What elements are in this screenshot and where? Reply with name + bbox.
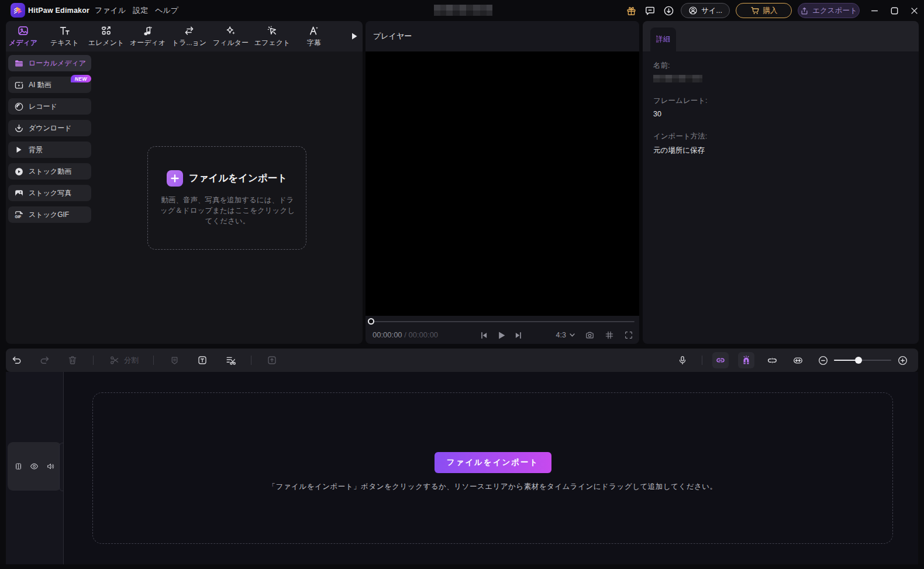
timeline-toolbar: 分割 (6, 349, 918, 372)
sidebar-item-local-media[interactable]: ローカルメディア (8, 55, 91, 71)
buy-label: 購入 (763, 6, 778, 16)
seek-track[interactable] (370, 321, 635, 322)
play-icon[interactable] (497, 331, 506, 340)
feedback-icon[interactable] (642, 3, 657, 18)
zoom-slider-knob[interactable] (855, 357, 862, 364)
timeline-dropzone[interactable]: ファイルをインポート 「ファイルをインポート」ボタンをクリックするか、リソースエ… (92, 392, 893, 544)
tab-label: フィルター (213, 38, 249, 48)
media-panel: メディア テキスト (6, 21, 363, 344)
track-visibility-icon[interactable] (30, 462, 39, 471)
timeline-import-button[interactable]: ファイルをインポート (435, 452, 551, 473)
sidebar-item-label: ローカルメディア (29, 58, 86, 68)
buy-button[interactable]: 購入 (736, 3, 792, 18)
account-button[interactable]: サイ... (681, 3, 730, 18)
export-clip-icon[interactable] (258, 349, 286, 372)
tab-text[interactable]: テキスト (44, 21, 85, 51)
tab-filter[interactable]: フィルター (210, 21, 251, 51)
details-body: 名前: フレームレート: 30 インポート方法: 元の場所に保存 (653, 61, 899, 156)
close-icon[interactable] (904, 0, 924, 21)
aspect-ratio-select[interactable]: 4:3 (556, 331, 575, 339)
sidebar-item-stock-gif[interactable]: GIF ストックGIF (8, 206, 91, 223)
tab-label: エレメント (88, 38, 124, 48)
tab-transition[interactable]: トラ...ョン (168, 21, 210, 51)
framerate-value: 30 (653, 110, 899, 118)
grid-icon[interactable] (605, 330, 614, 340)
trash-icon[interactable] (58, 349, 87, 372)
redo-icon[interactable] (30, 349, 58, 372)
plus-icon (167, 170, 183, 187)
sidebar-item-stock-video[interactable]: ストック動画 (8, 163, 91, 180)
titlebar-right: サイ... 購入 エクスポート (623, 0, 924, 21)
sidebar-item-ai-video[interactable]: AI 動画 NEW (8, 77, 91, 93)
spacer (653, 118, 899, 132)
stock-video-icon (14, 167, 24, 177)
player-header: プレイヤー (366, 21, 639, 51)
unlink-icon[interactable] (764, 352, 780, 368)
media-import-dropzone[interactable]: ファイルをインポート 動画、音声、写真を追加するには、ドラッグ＆ドロップまたはこ… (147, 146, 306, 250)
seek-knob[interactable] (368, 318, 374, 325)
stock-photo-icon (14, 188, 24, 198)
timeline-zoom-slider[interactable] (834, 352, 891, 368)
spacer (653, 106, 899, 110)
window-controls (864, 0, 924, 21)
tab-effect[interactable]: エフェクト (251, 21, 293, 51)
marker-icon[interactable] (160, 349, 188, 372)
sidebar-item-label: ストック写真 (29, 188, 71, 198)
tab-subtitle[interactable]: 字幕 (293, 21, 335, 51)
previous-frame-icon[interactable] (480, 332, 488, 339)
undo-icon[interactable] (2, 349, 30, 372)
import-zone-header: ファイルをインポート (148, 170, 306, 187)
import-zone-title: ファイルをインポート (189, 172, 287, 185)
tab-media[interactable]: メディア (6, 21, 44, 51)
zoom-in-icon[interactable] (894, 352, 911, 368)
mic-icon[interactable] (674, 352, 691, 368)
triangle-icon (14, 145, 24, 155)
menu-file[interactable]: ファイル (95, 5, 126, 16)
media-icon (17, 25, 29, 36)
minimize-icon[interactable] (864, 0, 884, 21)
sidebar-item-stock-photo[interactable]: ストック写真 (8, 185, 91, 201)
snapshot-icon[interactable] (585, 330, 595, 340)
menu-settings[interactable]: 設定 (133, 5, 148, 16)
track-header (8, 442, 61, 491)
fit-timeline-icon[interactable] (789, 352, 806, 368)
element-icon (100, 25, 112, 36)
split-button[interactable]: 分割 (100, 349, 147, 372)
timeline-gutter (6, 372, 63, 564)
project-name-censored (434, 5, 492, 16)
tab-element[interactable]: エレメント (85, 21, 127, 51)
sidebar-item-label: ダウンロード (29, 123, 71, 133)
export-button[interactable]: エクスポート (798, 3, 860, 18)
maximize-icon[interactable] (884, 0, 904, 21)
zoom-out-icon[interactable] (815, 352, 831, 368)
player-right-controls: 4:3 (556, 326, 633, 344)
record-icon (14, 102, 24, 112)
cart-icon (750, 6, 760, 15)
next-frame-icon[interactable] (515, 332, 522, 339)
player-panel: プレイヤー 00:00:00 / 00:00:00 (366, 21, 639, 344)
tab-details[interactable]: 詳細 (650, 27, 676, 51)
seek-bar[interactable] (366, 316, 639, 326)
sidebar-item-label: 背景 (29, 145, 43, 155)
export-label: エクスポート (812, 6, 857, 16)
toolbar-separator (702, 356, 702, 365)
magnet-icon[interactable] (738, 352, 754, 368)
fullscreen-icon[interactable] (624, 330, 633, 340)
sidebar-item-download[interactable]: ダウンロード (8, 120, 91, 136)
toolbar-separator (93, 356, 94, 365)
text-box-icon[interactable] (188, 349, 216, 372)
download-icon[interactable] (661, 3, 676, 18)
sidebar-item-record[interactable]: レコード (8, 98, 91, 115)
ribbon-expand-icon[interactable] (351, 21, 358, 51)
gift-icon[interactable] (623, 3, 639, 18)
text-split-icon[interactable] (216, 349, 244, 372)
sidebar-item-background[interactable]: 背景 (8, 142, 91, 158)
link-icon[interactable] (712, 352, 729, 368)
tab-audio[interactable]: オーディオ (127, 21, 168, 51)
menu-help[interactable]: ヘルプ (155, 5, 178, 16)
track-mute-icon[interactable] (46, 462, 55, 471)
tab-label: 字幕 (307, 38, 321, 48)
media-sidebar: ローカルメディア AI 動画 NEW (8, 55, 91, 228)
total-time: 00:00:00 (408, 330, 438, 339)
toolbar-separator (153, 356, 154, 365)
